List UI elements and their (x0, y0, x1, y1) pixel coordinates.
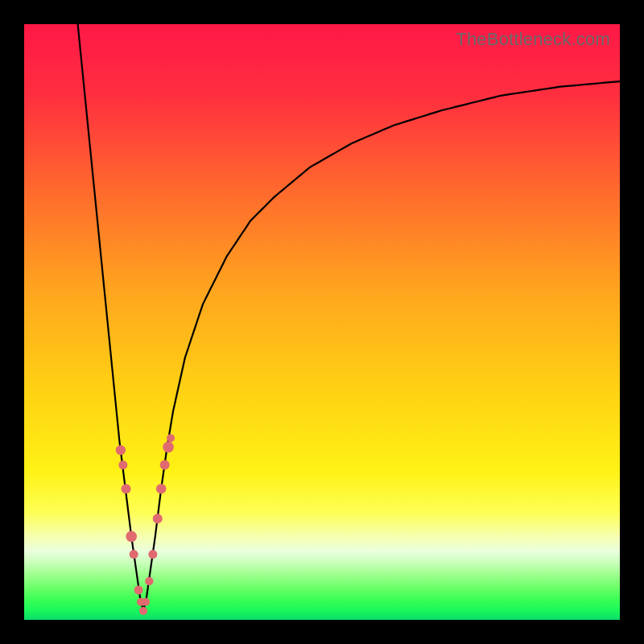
data-marker (118, 460, 127, 469)
data-markers (116, 434, 175, 615)
chart-frame: TheBottleneck.com (0, 0, 644, 644)
data-marker (148, 550, 157, 559)
data-marker (126, 531, 137, 543)
data-marker (134, 586, 143, 595)
data-marker (167, 434, 175, 442)
data-marker (145, 577, 153, 585)
data-marker (163, 442, 174, 453)
data-marker (142, 598, 150, 606)
data-marker (116, 445, 126, 455)
data-marker (122, 484, 131, 493)
data-marker (156, 484, 166, 493)
bottleneck-curve-layer (24, 24, 620, 620)
data-marker (153, 514, 163, 523)
data-marker (160, 460, 170, 470)
plot-area: TheBottleneck.com (24, 24, 620, 620)
data-marker (139, 607, 147, 615)
data-marker (130, 550, 138, 559)
